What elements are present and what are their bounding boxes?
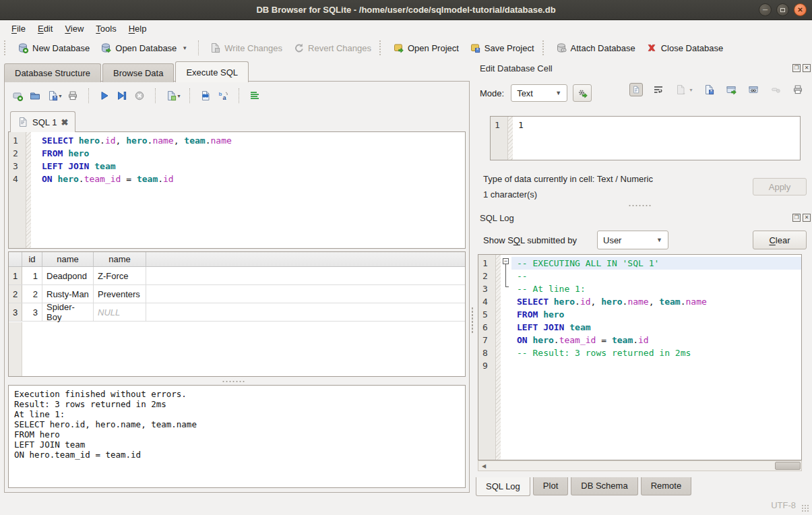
- menu-item-tools[interactable]: Tools: [90, 22, 122, 36]
- clear-log-button[interactable]: Clear: [753, 231, 807, 249]
- clear-button-label: Clear: [769, 235, 790, 245]
- format-button[interactable]: [247, 88, 262, 103]
- save-project-button[interactable]: Save Project: [464, 40, 540, 56]
- row-header[interactable]: 2: [9, 285, 22, 303]
- sql-log-title: SQL Log: [480, 213, 514, 223]
- resize-grip[interactable]: [801, 504, 809, 512]
- maximize-icon[interactable]: [776, 3, 789, 16]
- tab-execute-sql[interactable]: Execute SQL: [175, 61, 249, 82]
- close-panel-icon[interactable]: ✕: [803, 214, 811, 222]
- log-line: SELECT hero.id, hero.name, team.name: [511, 295, 801, 308]
- editor-code[interactable]: SELECT hero.id, hero.name, team.nameFROM…: [31, 132, 465, 248]
- bottom-tab-plot[interactable]: Plot: [533, 477, 568, 495]
- float-panel-icon[interactable]: ❐: [792, 214, 801, 222]
- close-tab-icon[interactable]: ✖: [61, 117, 68, 127]
- cell[interactable]: NULL: [94, 303, 146, 321]
- results-body: 11DeadpondZ-Force22Rusty-ManPreventers33…: [9, 267, 465, 322]
- write-changes-button: Write Changes: [204, 40, 288, 56]
- cell[interactable]: Rusty-Man: [42, 285, 94, 303]
- row-header[interactable]: 3: [9, 303, 22, 321]
- column-header[interactable]: name: [94, 252, 146, 266]
- cell[interactable]: Preventers: [94, 285, 146, 303]
- menu-item-help[interactable]: Help: [123, 22, 153, 36]
- menu-item-file[interactable]: File: [5, 22, 32, 36]
- cell[interactable]: 1: [22, 267, 42, 284]
- close-panel-icon[interactable]: ✕: [803, 64, 811, 72]
- minimize-icon[interactable]: ─: [759, 3, 772, 16]
- auto-apply-button[interactable]: [573, 84, 592, 102]
- print-cell-icon: [791, 83, 805, 96]
- new-database-button[interactable]: New Database: [12, 40, 95, 56]
- corner-header[interactable]: [9, 252, 22, 266]
- results-grid: idnamename 11DeadpondZ-Force22Rusty-ManP…: [8, 251, 466, 377]
- toolbar-separator: [239, 88, 239, 103]
- word-wrap-button[interactable]: [652, 83, 665, 96]
- text-mode-button[interactable]: [629, 83, 643, 96]
- scrollbar-thumb[interactable]: [775, 462, 801, 470]
- log-horizontal-scrollbar[interactable]: ◀ ▶: [478, 460, 802, 471]
- log-filter-select[interactable]: User ▼: [597, 231, 668, 249]
- cell[interactable]: 2: [22, 285, 42, 303]
- titlebar[interactable]: DB Browser for SQLite - /home/user/code/…: [0, 0, 812, 20]
- sql-log-view[interactable]: 123456789 − -- EXECUTING ALL IN 'SQL 1' …: [478, 254, 802, 460]
- menu-item-view[interactable]: View: [59, 22, 90, 36]
- float-panel-icon[interactable]: ❐: [792, 64, 801, 72]
- new-sql-tab-button[interactable]: [10, 88, 25, 103]
- log-line: [511, 359, 801, 372]
- cell[interactable]: Deadpond: [42, 267, 94, 284]
- apply-button[interactable]: Apply: [753, 178, 807, 195]
- open-project-button[interactable]: Open Project: [387, 40, 464, 56]
- row-header[interactable]: 1: [9, 267, 22, 284]
- cell-editor[interactable]: 1 1: [490, 116, 801, 160]
- attach-database-button[interactable]: Attach Database: [551, 40, 641, 56]
- print-button[interactable]: [65, 88, 80, 103]
- save-sql-file-button[interactable]: ▼: [45, 88, 63, 103]
- link-cell-button[interactable]: [747, 83, 760, 96]
- tab-browse-data[interactable]: Browse Data: [102, 63, 174, 82]
- execute-sql-panel: ▼▼ba SQL 1 ✖ 1234 SELECT hero.id, hero.n…: [4, 81, 470, 493]
- open-sql-file-button[interactable]: [28, 88, 42, 103]
- toolbar-grip: [379, 40, 383, 55]
- execute-line-button[interactable]: [115, 88, 129, 103]
- bottom-tab-sql-log[interactable]: SQL Log: [476, 477, 530, 496]
- close-icon[interactable]: ✕: [794, 3, 807, 16]
- scroll-left-icon[interactable]: ◀: [478, 461, 489, 471]
- print-cell-button[interactable]: [791, 83, 805, 96]
- scrollbar-track[interactable]: [489, 461, 790, 471]
- cell[interactable]: 3: [22, 303, 42, 321]
- execute-all-button[interactable]: [97, 88, 112, 103]
- column-header[interactable]: name: [42, 252, 94, 266]
- column-header[interactable]: id: [22, 252, 42, 266]
- execution-message-box[interactable]: Execution finished without errors.Result…: [8, 385, 466, 488]
- save-cell-button[interactable]: [702, 83, 716, 96]
- open-database-button[interactable]: Open Database▼: [95, 40, 193, 56]
- execute-all-icon: [97, 88, 112, 103]
- log-line: -- At line 1:: [511, 282, 801, 295]
- table-row: 11DeadpondZ-Force: [9, 267, 465, 285]
- sql-editor-tab[interactable]: SQL 1 ✖: [10, 111, 75, 132]
- import-data-button[interactable]: ▼: [674, 83, 693, 96]
- vertical-splitter[interactable]: [471, 307, 474, 334]
- panel-splitter[interactable]: [628, 204, 651, 207]
- close-database-button[interactable]: Close Database: [641, 40, 729, 56]
- menu-item-edit[interactable]: Edit: [32, 22, 59, 36]
- export-cell-button[interactable]: [724, 83, 738, 96]
- set-null-button[interactable]: [769, 83, 782, 96]
- replace-button[interactable]: ba: [216, 88, 230, 103]
- cell[interactable]: Spider-Boy: [42, 303, 94, 321]
- bottom-tab-db-schema[interactable]: DB Schema: [571, 477, 637, 495]
- tab-database-structure[interactable]: Database Structure: [4, 63, 101, 82]
- find-button[interactable]: [198, 88, 213, 103]
- fold-collapse-icon[interactable]: −: [503, 258, 509, 264]
- horizontal-splitter[interactable]: [222, 380, 245, 383]
- sql-editor[interactable]: 1234 SELECT hero.id, hero.name, team.nam…: [8, 131, 466, 249]
- print-icon: [65, 88, 80, 103]
- toolbar-separator: [189, 88, 190, 103]
- stop-button[interactable]: [132, 88, 147, 103]
- bottom-tab-remote[interactable]: Remote: [641, 477, 692, 495]
- mode-select[interactable]: Text ▼: [511, 84, 567, 102]
- cell-content[interactable]: 1: [513, 117, 800, 160]
- cell[interactable]: Z-Force: [94, 267, 146, 284]
- fold-guide-tick: [505, 286, 509, 287]
- save-results-button[interactable]: ▼: [164, 88, 181, 103]
